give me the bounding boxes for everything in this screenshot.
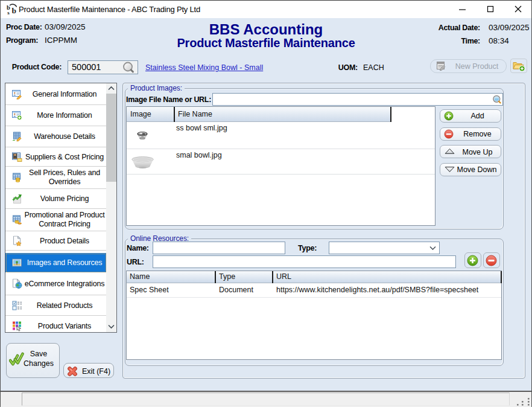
svg-text:b: b	[12, 6, 17, 15]
svg-text:s: s	[7, 10, 10, 15]
